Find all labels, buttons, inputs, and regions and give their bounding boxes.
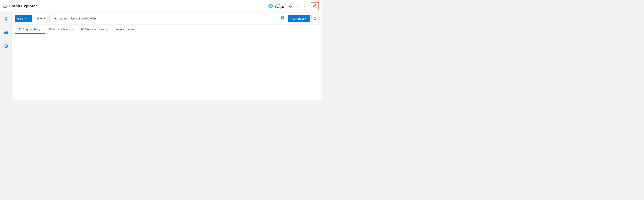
tenant-label: Tenant	[274, 3, 284, 6]
help-button[interactable]: ?	[296, 3, 300, 9]
notification-button[interactable]: 8	[304, 3, 307, 9]
tab-request-body[interactable]: Request body	[15, 25, 45, 34]
tab-access-token[interactable]: Access token	[112, 25, 140, 34]
access-token-icon	[116, 28, 119, 31]
tabs-container: Request body Request headers	[12, 25, 322, 34]
sidebar-item-quickstart[interactable]	[2, 15, 10, 24]
tenant-value: Sample	[274, 6, 284, 9]
tab-request-headers-label: Request headers	[52, 28, 74, 31]
run-query-button[interactable]: Run query	[288, 15, 310, 22]
notification-count: 8	[304, 4, 306, 8]
logo-area: ⊞ Graph Explorer	[3, 4, 266, 9]
settings-button[interactable]: ⚙	[288, 3, 293, 9]
version-label: v1.0	[36, 17, 42, 20]
share-icon	[314, 16, 317, 21]
header: ⊞ Graph Explorer 🌐 Tenant Sample ⚙ ? 8	[0, 0, 322, 12]
url-input-container	[51, 15, 286, 22]
tenant-selector[interactable]: 🌐 Tenant Sample	[268, 3, 284, 9]
content-body	[12, 34, 322, 100]
content-area: GET ▼ v1.0 ▼ Run query	[12, 12, 322, 100]
version-chevron-icon: ▼	[43, 17, 46, 20]
sidebar-item-resources[interactable]	[2, 28, 10, 37]
tenant-info: Tenant Sample	[274, 3, 284, 9]
method-dropdown[interactable]: GET ▼	[15, 15, 32, 22]
profile-button[interactable]	[311, 2, 319, 10]
help-icon: ?	[297, 4, 299, 8]
svg-rect-4	[4, 32, 6, 34]
main-layout: GET ▼ v1.0 ▼ Run query	[0, 12, 322, 100]
svg-marker-8	[19, 28, 21, 30]
svg-point-0	[314, 4, 316, 6]
app-title: Graph Explorer	[8, 4, 37, 8]
history-icon	[4, 44, 8, 49]
method-label: GET	[17, 17, 23, 20]
svg-rect-2	[4, 31, 6, 32]
svg-rect-3	[6, 31, 8, 32]
request-body-icon	[19, 27, 22, 31]
run-query-label: Run query	[292, 17, 306, 20]
svg-point-1	[6, 18, 6, 19]
resources-icon	[4, 30, 8, 36]
query-bar: GET ▼ v1.0 ▼ Run query	[12, 12, 322, 25]
sidebar	[0, 12, 12, 100]
tab-modify-permissions-label: Modify permissions	[85, 28, 108, 31]
svg-point-12	[117, 29, 118, 30]
header-right: 🌐 Tenant Sample ⚙ ? 8	[268, 2, 319, 10]
settings-icon: ⚙	[289, 4, 292, 8]
svg-rect-5	[6, 32, 8, 34]
rocket-icon	[4, 16, 8, 22]
app-logo-icon: ⊞	[3, 4, 7, 9]
tab-modify-permissions[interactable]: Modify permissions	[77, 25, 112, 34]
doc-icon[interactable]	[281, 16, 284, 21]
sidebar-item-history[interactable]	[2, 42, 10, 51]
method-chevron-icon: ▼	[24, 17, 27, 20]
request-headers-icon	[48, 28, 51, 31]
tab-request-body-label: Request body	[23, 28, 41, 31]
share-button[interactable]	[312, 15, 319, 22]
tab-access-token-label: Access token	[120, 28, 136, 31]
version-dropdown[interactable]: v1.0 ▼	[34, 15, 50, 22]
globe-icon: 🌐	[268, 4, 273, 8]
modify-permissions-icon	[81, 28, 84, 31]
tab-request-headers[interactable]: Request headers	[45, 25, 77, 34]
profile-icon	[313, 3, 317, 9]
url-input[interactable]	[53, 17, 280, 20]
